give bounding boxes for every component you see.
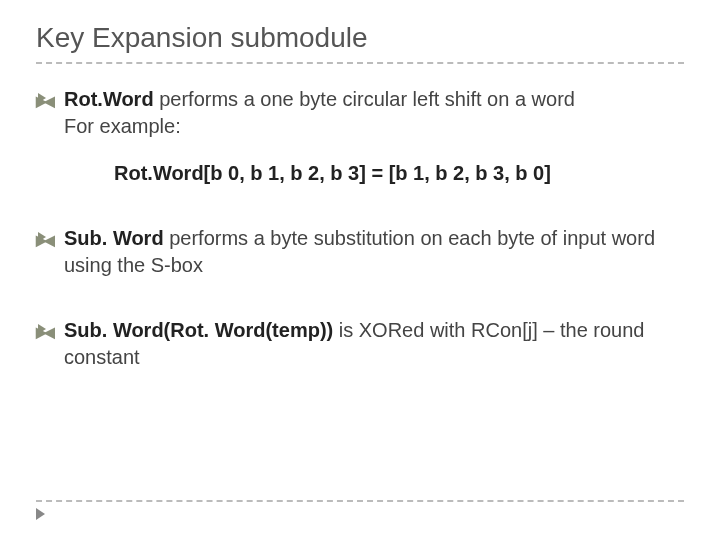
page-marker-icon xyxy=(36,508,45,520)
bullet-list: ▶◀ Rot.Word performs a one byte circular… xyxy=(36,86,684,371)
slide: Key Expansion submodule ▶◀ Rot.Word perf… xyxy=(0,0,720,371)
bullet-icon: ▶◀ xyxy=(36,92,52,111)
bullet-icon: ▶◀ xyxy=(36,231,52,250)
bullet-item: ▶◀ Rot.Word performs a one byte circular… xyxy=(36,86,684,187)
bullet-item: ▶◀ Sub. Word performs a byte substitutio… xyxy=(36,225,684,279)
bullet-item: ▶◀ Sub. Word(Rot. Word(temp)) is XORed w… xyxy=(36,317,684,371)
bullet-icon: ▶◀ xyxy=(36,323,52,342)
bullet-text: performs a one byte circular left shift … xyxy=(154,88,575,110)
term: Sub. Word xyxy=(64,227,164,249)
term: Rot.Word xyxy=(64,88,154,110)
bottom-divider xyxy=(36,500,684,502)
slide-title: Key Expansion submodule xyxy=(36,22,684,64)
term: Sub. Word(Rot. Word(temp)) xyxy=(64,319,333,341)
bullet-subtext: For example: xyxy=(64,113,684,140)
formula: Rot.Word[b 0, b 1, b 2, b 3] = [b 1, b 2… xyxy=(114,160,684,187)
